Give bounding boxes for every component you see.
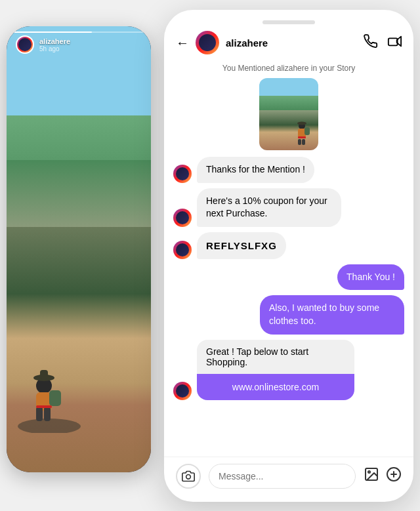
- back-button[interactable]: ←: [176, 35, 189, 51]
- message-bubble-4: Thank You !: [337, 264, 404, 291]
- svg-point-18: [186, 475, 191, 480]
- story-header: alizahere 5h ago: [16, 35, 70, 54]
- svg-rect-14: [304, 127, 310, 135]
- chat-input-bar: [164, 457, 413, 502]
- camera-button[interactable]: [176, 464, 201, 489]
- message-row-5: Also, I wanted to buy some clothes too.: [173, 295, 404, 334]
- video-icon[interactable]: [387, 34, 402, 52]
- person-silhouette: [16, 341, 82, 433]
- message-row-3: REFLYSLFXG: [173, 232, 404, 259]
- message-bubble-5: Also, I wanted to buy some clothes too.: [260, 295, 404, 334]
- msg-avatar-1: [173, 165, 192, 183]
- story-progress-bar: [13, 31, 144, 33]
- phone-top-bar: [164, 10, 413, 24]
- background-phone: alizahere 5h ago: [7, 26, 151, 472]
- msg-avatar-3: [173, 241, 192, 259]
- story-username: alizahere: [39, 37, 70, 45]
- story-person: [290, 114, 313, 147]
- shopping-card-text: Great ! Tap below to start Shopping.: [197, 340, 354, 374]
- main-phone: ← alizahere You Mentioned alizahere in y…: [164, 10, 413, 502]
- story-time: 5h ago: [39, 45, 70, 52]
- msg-avatar-inner-2: [176, 211, 189, 224]
- chat-header: ← alizahere: [164, 24, 413, 61]
- msg-avatar-inner-3: [176, 243, 189, 256]
- svg-point-20: [368, 471, 370, 473]
- message-row-6: Great ! Tap below to start Shopping. www…: [173, 340, 404, 400]
- message-bubble-3: REFLYSLFXG: [197, 232, 286, 259]
- message-bubble-2: Here's a 10% coupon for your next Purcha…: [197, 188, 341, 227]
- header-avatar: [196, 31, 219, 54]
- svg-rect-9: [388, 38, 398, 45]
- story-progress-fill: [13, 31, 92, 33]
- header-avatar-inner: [199, 34, 216, 51]
- message-bubble-1: Thanks for the Mention !: [197, 157, 314, 183]
- image-icon[interactable]: [364, 466, 379, 486]
- header-icons: [364, 34, 402, 52]
- msg-avatar-2: [173, 209, 192, 227]
- svg-rect-3: [40, 370, 48, 379]
- msg-avatar-6: [173, 382, 192, 400]
- message-row-4: Thank You !: [173, 264, 404, 291]
- add-icon[interactable]: [386, 466, 402, 486]
- message-row-1: Thanks for the Mention !: [173, 157, 404, 183]
- svg-rect-8: [36, 405, 52, 408]
- call-icon[interactable]: [364, 34, 378, 52]
- story-image[interactable]: [259, 78, 318, 150]
- shopping-card-link[interactable]: www.onlinestore.com: [197, 374, 354, 400]
- story-avatar-inner: [18, 38, 32, 51]
- msg-avatar-inner-6: [176, 384, 189, 398]
- story-avatar: [16, 35, 34, 54]
- header-username: alizahere: [226, 37, 357, 49]
- svg-rect-16: [302, 139, 305, 145]
- message-input[interactable]: [209, 464, 356, 489]
- svg-point-12: [297, 122, 306, 125]
- message-row-2: Here's a 10% coupon for your next Purcha…: [173, 188, 404, 227]
- chat-messages: Thanks for the Mention ! Here's a 10% co…: [164, 157, 413, 457]
- msg-avatar-inner-1: [176, 167, 189, 180]
- svg-rect-5: [49, 390, 61, 406]
- svg-rect-15: [298, 139, 301, 145]
- svg-rect-7: [44, 407, 51, 421]
- input-right-icons: [364, 466, 402, 486]
- shopping-card[interactable]: Great ! Tap below to start Shopping. www…: [197, 340, 354, 400]
- svg-rect-6: [36, 407, 43, 421]
- story-mention-text: You Mentioned alizahere in your Story: [164, 61, 413, 78]
- svg-rect-17: [298, 136, 306, 138]
